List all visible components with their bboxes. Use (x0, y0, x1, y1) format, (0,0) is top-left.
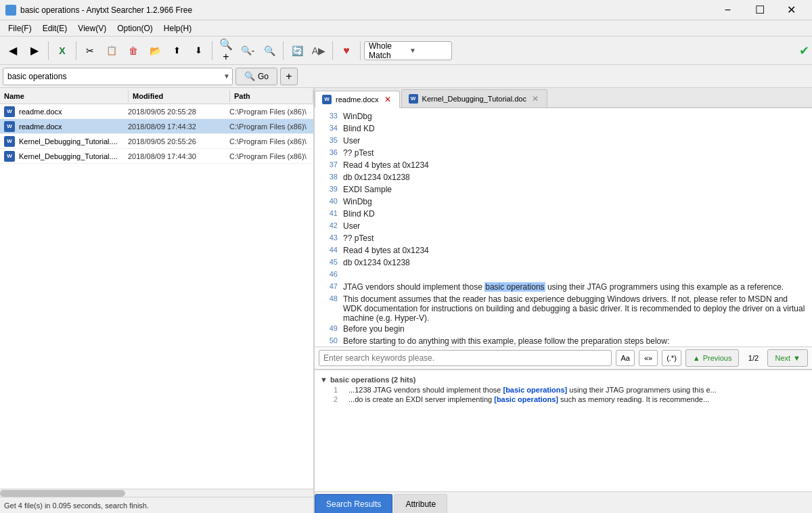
next-button[interactable]: Next ▼ (767, 349, 808, 367)
menu-option[interactable]: Option(O) (112, 22, 158, 35)
line-content: Blind KD (343, 209, 808, 219)
forward-button[interactable]: ▶ (24, 41, 45, 61)
whole-word-button[interactable]: «» (639, 350, 658, 366)
menu-edit[interactable]: Edit(E) (37, 22, 73, 35)
file-icon: W (3, 135, 16, 148)
translate-button[interactable]: A▶ (309, 41, 329, 61)
delete-button[interactable]: 🗑 (123, 41, 143, 61)
line-row: 49 Before you begin (315, 324, 812, 336)
left-scrollbar[interactable] (0, 489, 313, 497)
status-text: Get 4 file(s) in 0.095 seconds, search f… (4, 501, 149, 510)
file-modified: 2018/08/09 17:44:32 (128, 122, 229, 131)
zoom-reset-button[interactable]: 🔍 (259, 41, 279, 61)
column-header-modified[interactable]: Modified (129, 90, 230, 102)
bottom-tab-attribute[interactable]: Attribute (394, 494, 447, 513)
add-tab-button[interactable]: + (280, 68, 298, 85)
tab-readme[interactable]: W readme.docx ✕ (315, 91, 400, 108)
line-row: 38 db 0x1234 0x1238 (315, 172, 812, 184)
regex-button[interactable]: (.*) (662, 350, 681, 366)
content-area: 33 WinDbg 34 Blind KD 35 User 36 ?? pTes… (315, 108, 812, 347)
search-dropdown-arrow[interactable]: ▼ (221, 72, 232, 80)
maximize-button[interactable]: ☐ (744, 0, 775, 20)
toolbar-sep-1 (48, 41, 49, 60)
tab-close-button[interactable]: ✕ (531, 94, 540, 104)
case-sensitive-button[interactable]: Aa (616, 350, 635, 366)
window-title: basic operations - Anytxt Searcher 1.2.9… (20, 5, 192, 15)
result-index: 2 (334, 395, 344, 403)
list-item[interactable]: 2 ...do is create an EXDI server impleme… (320, 395, 807, 404)
result-group-header[interactable]: ▼ basic operations (2 hits) (320, 374, 807, 385)
file-modified: 2018/09/05 20:55:26 (128, 137, 229, 146)
match-mode-label: Whole Match (369, 41, 407, 60)
file-modified: 2018/09/05 20:55:28 (128, 108, 229, 116)
line-row: 40 WinDbg (315, 196, 812, 208)
column-header-path[interactable]: Path (230, 90, 313, 102)
line-row: 41 Blind KD (315, 208, 812, 221)
tab-label: readme.docx (336, 95, 379, 104)
line-number: 37 (319, 160, 338, 169)
zoom-out-button[interactable]: 🔍- (238, 41, 258, 61)
line-content: User (343, 136, 808, 146)
search-keyword-input[interactable] (319, 350, 612, 366)
tab-close-button[interactable]: ✕ (383, 95, 392, 104)
cut-button[interactable]: ✂ (80, 41, 100, 61)
export-excel-button[interactable]: X (52, 41, 72, 61)
result-index: 1 (334, 386, 344, 394)
heart-button[interactable]: ♥ (336, 41, 357, 61)
file-list-header: Name Modified Path (0, 88, 313, 104)
line-number: 36 (319, 148, 338, 156)
line-number: 33 (319, 112, 338, 120)
file-row[interactable]: W Kernel_Debugging_Tutorial.... 2018/08/… (0, 149, 313, 164)
go-button[interactable]: 🔍 Go (235, 68, 277, 85)
close-button[interactable]: ✕ (776, 0, 807, 20)
result-group: ▼ basic operations (2 hits) 1 ...1238 JT… (317, 373, 809, 405)
menu-file[interactable]: File(F) (3, 22, 37, 35)
file-path: C:\Program Files (x86)\ (229, 122, 313, 131)
line-row: 35 User (315, 135, 812, 148)
line-number: 35 (319, 136, 338, 144)
match-mode-dropdown[interactable]: Whole Match ▼ (364, 41, 452, 60)
tab-kernel[interactable]: W Kernel_Debugging_Tutorial.doc ✕ (401, 89, 547, 107)
line-content: Read 4 bytes at 0x1234 (343, 246, 808, 255)
next-arrow-icon: ▼ (793, 354, 800, 362)
line-number: 39 (319, 185, 338, 193)
result-text: ...do is create an EXDI server implement… (348, 395, 793, 403)
list-item[interactable]: 1 ...1238 JTAG vendors should implement … (320, 385, 807, 395)
tab-file-icon: W (322, 95, 332, 104)
tab-bar: W readme.docx ✕ W Kernel_Debugging_Tutor… (315, 88, 812, 108)
menu-help[interactable]: Help(H) (158, 22, 197, 35)
search-input[interactable] (3, 70, 221, 83)
line-number: 38 (319, 173, 338, 181)
down-button[interactable]: ⬇ (188, 41, 208, 61)
file-row[interactable]: W readme.docx 2018/09/05 20:55:28 C:\Pro… (0, 104, 313, 119)
refresh-button[interactable]: 🔄 (287, 41, 307, 61)
copy-button[interactable]: 📋 (102, 41, 122, 61)
zoom-in-button[interactable]: 🔍+ (216, 41, 236, 61)
back-button[interactable]: ◀ (3, 41, 23, 61)
line-number: 50 (319, 336, 338, 344)
line-number: 44 (319, 246, 338, 254)
file-name: readme.docx (16, 122, 128, 131)
bottom-tab-search-results[interactable]: Search Results (315, 494, 392, 513)
file-row[interactable]: W Kernel_Debugging_Tutorial.... 2018/09/… (0, 134, 313, 149)
line-content: ?? pTest (343, 233, 808, 243)
line-content: WinDbg (343, 197, 808, 206)
file-row[interactable]: W readme.docx 2018/08/09 17:44:32 C:\Pro… (0, 119, 313, 134)
line-number: 42 (319, 221, 338, 229)
result-text: ...1238 JTAG vendors should implement th… (348, 386, 793, 394)
up-button[interactable]: ⬆ (166, 41, 187, 61)
highlighted-text: basic operations (484, 282, 545, 292)
left-scrollbar-thumb[interactable] (0, 490, 125, 497)
open-folder-button[interactable]: 📂 (145, 41, 165, 61)
file-path: C:\Program Files (x86)\ (229, 137, 313, 146)
column-header-name[interactable]: Name (0, 90, 129, 102)
previous-button[interactable]: ▲ Previous (685, 349, 740, 367)
file-icon: W (3, 150, 16, 163)
toolbar: ◀ ▶ X ✂ 📋 🗑 📂 ⬆ ⬇ 🔍+ 🔍- 🔍 🔄 A▶ ♥ Whole M… (0, 37, 812, 65)
window-controls: − ☐ ✕ (713, 0, 807, 20)
line-content: This document assumes that the reader ha… (343, 294, 808, 323)
tab-file-icon: W (409, 94, 418, 104)
menu-view[interactable]: View(V) (72, 22, 112, 35)
main-area: Name Modified Path W readme.docx 2018/09… (0, 88, 812, 513)
minimize-button[interactable]: − (713, 0, 743, 20)
